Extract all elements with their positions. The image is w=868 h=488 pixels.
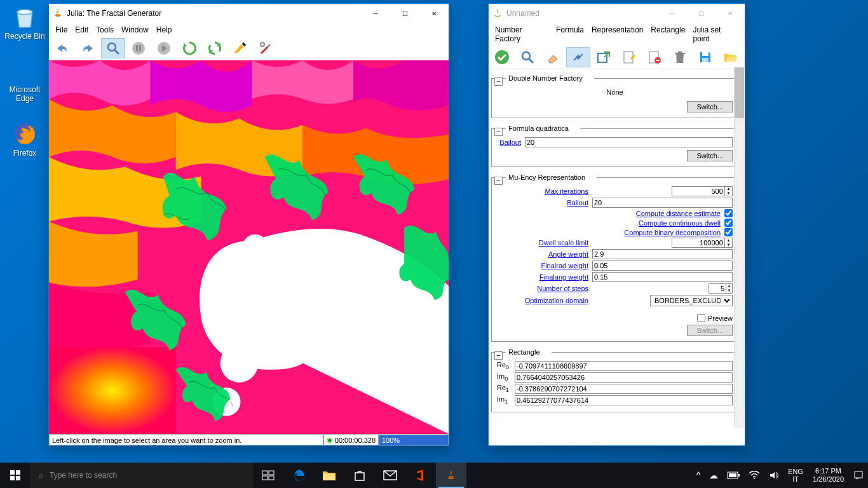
label-bailout-m[interactable]: Bailout bbox=[497, 199, 592, 207]
task-view-button[interactable] bbox=[253, 463, 283, 488]
check-dist[interactable] bbox=[724, 209, 733, 217]
svg-point-0 bbox=[17, 10, 32, 15]
taskbar-java[interactable] bbox=[436, 463, 466, 488]
undo-button[interactable] bbox=[50, 38, 74, 58]
tray-battery-icon[interactable] bbox=[722, 463, 744, 488]
taskbar-office[interactable] bbox=[405, 463, 436, 488]
trash-button[interactable] bbox=[668, 47, 692, 67]
export-button[interactable] bbox=[592, 47, 616, 67]
highlight-button[interactable] bbox=[228, 38, 252, 58]
main-titlebar[interactable]: Julia: The Fractal Generator ─ ☐ ✕ bbox=[49, 4, 449, 23]
label-bailout[interactable]: Bailout bbox=[497, 139, 525, 146]
tray-volume-icon[interactable] bbox=[764, 463, 783, 488]
play-button[interactable] bbox=[152, 38, 176, 58]
pause-button[interactable] bbox=[126, 38, 151, 58]
input-im1[interactable] bbox=[515, 395, 733, 405]
label-steps[interactable]: Number of steps bbox=[497, 285, 592, 292]
edit-page-button[interactable] bbox=[617, 47, 641, 67]
open-button[interactable] bbox=[719, 47, 743, 67]
switch-double-factory[interactable]: Switch... bbox=[687, 101, 733, 112]
menu-edit[interactable]: Edit bbox=[71, 24, 92, 36]
refresh2-button[interactable] bbox=[203, 38, 227, 58]
label-finalang[interactable]: Finalang weight bbox=[497, 273, 592, 281]
redo-button[interactable] bbox=[76, 38, 100, 58]
menu-rectangle[interactable]: Rectangle bbox=[647, 24, 689, 44]
legend-formula: Formula quadratica bbox=[506, 125, 580, 132]
fractal-canvas[interactable] bbox=[49, 60, 449, 434]
menu-file[interactable]: File bbox=[51, 24, 71, 36]
erase-button[interactable] bbox=[541, 47, 565, 67]
menu-window[interactable]: Window bbox=[118, 24, 153, 36]
minimize-button[interactable]: ─ bbox=[657, 4, 686, 23]
tray-language[interactable]: ENGIT bbox=[783, 463, 808, 488]
save-button[interactable] bbox=[693, 47, 717, 67]
tray-wifi-icon[interactable] bbox=[744, 463, 764, 488]
label-angle[interactable]: Angle weight bbox=[497, 250, 592, 258]
scroll-thumb[interactable] bbox=[735, 67, 744, 118]
spinner-steps[interactable]: ▲▼ bbox=[726, 283, 733, 294]
tools-button[interactable] bbox=[254, 38, 278, 58]
check-bin[interactable] bbox=[724, 228, 733, 236]
input-re0[interactable] bbox=[515, 361, 733, 371]
zoom-props-button[interactable] bbox=[515, 47, 539, 67]
menu-representation[interactable]: Representation bbox=[588, 24, 647, 44]
start-button[interactable] bbox=[0, 463, 31, 488]
svg-point-4 bbox=[132, 42, 145, 55]
label-cont[interactable]: Compute continuous dwell bbox=[497, 219, 724, 227]
input-bailout-m[interactable] bbox=[592, 198, 733, 208]
zoom-button[interactable] bbox=[101, 38, 125, 58]
input-finalrad[interactable] bbox=[592, 261, 733, 271]
maximize-button[interactable]: ☐ bbox=[686, 4, 715, 23]
main-title: Julia: The Fractal Generator bbox=[67, 9, 361, 18]
taskbar-store[interactable] bbox=[344, 463, 375, 488]
switch-muency[interactable]: Switch... bbox=[687, 325, 733, 336]
label-dwell[interactable]: Dwell scale limit bbox=[497, 239, 592, 247]
desktop-icon-edge[interactable]: Microsoft Edge bbox=[1, 57, 48, 103]
taskbar-edge[interactable] bbox=[283, 463, 314, 488]
scrollbar[interactable] bbox=[734, 67, 744, 428]
input-finalang[interactable] bbox=[592, 272, 733, 282]
tray-clock[interactable]: 6:17 PM1/26/2020 bbox=[808, 467, 849, 484]
maximize-button[interactable]: ☐ bbox=[390, 4, 419, 23]
menu-number-factory[interactable]: Number Factory bbox=[491, 24, 552, 44]
desktop-icon-recycle-bin[interactable]: Recycle Bin bbox=[1, 4, 48, 41]
props-titlebar[interactable]: Unnamed ─ ☐ ✕ bbox=[489, 4, 745, 23]
menu-formula[interactable]: Formula bbox=[552, 24, 588, 44]
input-max-iter[interactable] bbox=[672, 186, 725, 196]
label-finalrad[interactable]: Finalrad weight bbox=[497, 262, 592, 269]
spinner-max-iter[interactable]: ▲▼ bbox=[725, 186, 733, 196]
check-cont[interactable] bbox=[724, 219, 733, 227]
input-im0[interactable] bbox=[515, 372, 733, 383]
tray-onedrive-icon[interactable]: ☁ bbox=[705, 463, 722, 488]
label-dist[interactable]: Compute distance estimate bbox=[497, 210, 724, 217]
tray-chevron-icon[interactable]: ^ bbox=[692, 463, 705, 488]
menu-julia-point[interactable]: Julia set point bbox=[689, 24, 742, 44]
input-formula-bailout[interactable] bbox=[525, 137, 733, 147]
label-max-iter[interactable]: Max iterations bbox=[497, 187, 592, 195]
input-dwell[interactable] bbox=[672, 238, 725, 248]
label-opt[interactable]: Optimization domain bbox=[497, 297, 592, 304]
close-button[interactable]: ✕ bbox=[419, 4, 449, 23]
delete-page-button[interactable] bbox=[642, 47, 667, 67]
apply-button[interactable] bbox=[490, 47, 514, 67]
input-re1[interactable] bbox=[515, 384, 733, 394]
edge-icon bbox=[11, 57, 38, 84]
menu-help[interactable]: Help bbox=[153, 24, 176, 36]
menu-tools[interactable]: Tools bbox=[92, 24, 118, 36]
check-preview[interactable] bbox=[697, 314, 705, 322]
taskbar-explorer[interactable] bbox=[314, 463, 344, 488]
spinner-dwell[interactable]: ▲▼ bbox=[725, 238, 733, 248]
select-opt[interactable]: BORDERS_EXCLUDED bbox=[650, 295, 733, 306]
input-steps[interactable] bbox=[709, 283, 726, 294]
tray-notifications-icon[interactable] bbox=[849, 463, 868, 488]
taskbar-mail[interactable] bbox=[375, 463, 405, 488]
desktop-icon-firefox[interactable]: Firefox bbox=[1, 121, 48, 158]
label-bin[interactable]: Compute binary decomposition bbox=[497, 229, 724, 236]
input-angle[interactable] bbox=[592, 249, 733, 259]
switch-formula[interactable]: Switch... bbox=[687, 150, 733, 161]
close-button[interactable]: ✕ bbox=[715, 4, 745, 23]
minimize-button[interactable]: ─ bbox=[361, 4, 390, 23]
search-box[interactable]: ⌕ Type here to search bbox=[31, 463, 253, 488]
connect-button[interactable] bbox=[566, 47, 590, 67]
refresh-button[interactable] bbox=[177, 38, 201, 58]
